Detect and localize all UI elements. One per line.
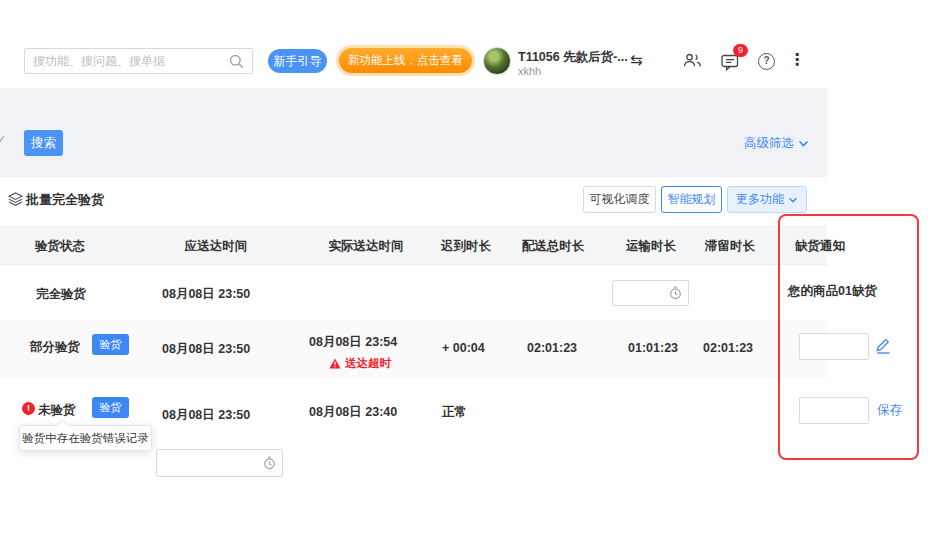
col-header-late-duration: 迟到时长 [441,238,491,255]
row1-transport-time-field[interactable] [619,286,665,300]
row3-notice-input[interactable] [799,397,869,424]
card-title: 批量完全验货 [26,191,104,209]
new-feature-promo-button[interactable]: 新功能上线，点击查看 [339,48,472,73]
row2-late-warning: 送达超时 [329,356,391,371]
row3-inspect-button[interactable]: 验货 [92,397,129,418]
col-header-actual-time: 实际送达时间 [329,238,404,255]
layers-icon [8,192,23,206]
col-header-stockout-notice: 缺货通知 [795,238,845,255]
row2-notice-input[interactable] [799,333,869,360]
col-header-stay-duration: 滞留时长 [705,238,755,255]
clock-icon[interactable] [263,456,276,470]
search-input[interactable] [33,54,229,68]
row2-total-duration: 02:01:23 [527,341,577,355]
row1-stockout-notice: 您的商品01缺货 [788,283,877,300]
row2-stay-duration: 02:01:23 [703,341,753,355]
row3-status: 未验货 [38,402,76,419]
topbar: 新手引导 新功能上线，点击查看 T11056 先款后货-... xkhh ⇆ 9… [0,0,941,88]
col-header-expected-time: 应送达时间 [185,238,248,255]
row3-actual-time: 08月08日 23:40 [309,404,397,421]
table-header-row [0,225,827,265]
checkbox-checkmark-icon[interactable]: ✓ [0,132,7,148]
contacts-icon[interactable] [683,53,702,68]
help-icon[interactable]: ? [758,53,775,70]
chevron-down-icon [788,197,798,203]
row2-late-duration: + 00:04 [442,341,485,355]
row2-expected-time: 08月08日 23:50 [162,341,250,358]
row2-inspect-button[interactable]: 验货 [92,334,129,355]
col-header-status: 验货状态 [35,238,85,255]
more-functions-button[interactable]: 更多功能 [727,186,807,213]
save-link[interactable]: 保存 [877,402,902,419]
warning-triangle-icon [329,358,341,369]
row4-expected-time-field[interactable] [163,456,259,470]
row1-expected-time: 08月08日 23:50 [162,286,250,303]
row3-late-status: 正常 [442,404,467,421]
account-name[interactable]: T11056 先款后货-... [518,49,628,66]
visual-dispatch-button[interactable]: 可视化调度 [583,186,656,213]
row1-transport-time-input[interactable] [612,280,689,306]
more-menu-icon[interactable]: ⋮ [789,50,805,69]
edit-pencil-icon[interactable] [875,338,891,354]
error-indicator-icon: ! [22,402,35,415]
smart-planning-button[interactable]: 智能规划 [661,186,722,213]
row4-expected-time-input[interactable] [156,449,283,477]
row3-expected-time: 08月08日 23:50 [162,407,250,424]
avatar[interactable] [483,47,511,75]
row2-actual-time: 08月08日 23:54 [309,334,397,351]
row3-notice-field[interactable] [806,404,862,418]
row2-transport-duration: 01:01:23 [628,341,678,355]
more-functions-label: 更多功能 [736,191,784,208]
row2-late-warning-label: 送达超时 [345,356,391,371]
global-search-box[interactable] [24,48,253,74]
newbie-guide-button[interactable]: 新手引导 [268,49,327,73]
advanced-filter-label: 高级筛选 [744,135,794,152]
inspection-error-tooltip: 验货中存在验货错误记录 [19,425,152,451]
clock-icon[interactable] [669,286,682,300]
col-header-transport-duration: 运输时长 [626,238,676,255]
chevron-down-icon [798,140,809,147]
row2-notice-field[interactable] [806,340,862,354]
account-subtitle: xkhh [518,65,541,77]
row1-status: 完全验货 [36,286,86,303]
search-icon[interactable] [229,54,244,69]
row2-status: 部分验货 [30,339,80,356]
switch-account-icon[interactable]: ⇆ [630,51,643,69]
message-count-badge: 9 [733,44,748,57]
app-window: 新手引导 新功能上线，点击查看 T11056 先款后货-... xkhh ⇆ 9… [0,0,941,541]
search-button[interactable]: 搜索 [24,130,63,156]
advanced-filter-link[interactable]: 高级筛选 [744,135,809,152]
col-header-total-duration: 配送总时长 [522,238,585,255]
